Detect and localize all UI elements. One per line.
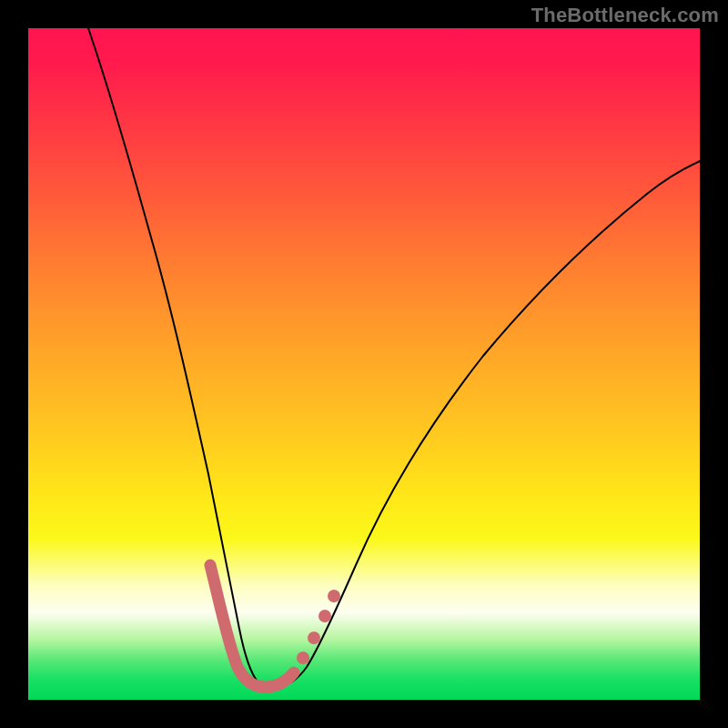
- chart-stage: TheBottleneck.com: [0, 0, 728, 728]
- plot-area: [28, 28, 700, 700]
- highlight-dot: [308, 632, 320, 644]
- watermark-text: TheBottleneck.com: [531, 4, 719, 27]
- highlight-dot: [328, 590, 340, 602]
- highlight-segment: [210, 565, 294, 687]
- highlight-dot: [297, 652, 309, 664]
- curve-svg: [28, 28, 700, 700]
- bottleneck-curve: [88, 28, 700, 688]
- highlight-dot: [318, 610, 331, 622]
